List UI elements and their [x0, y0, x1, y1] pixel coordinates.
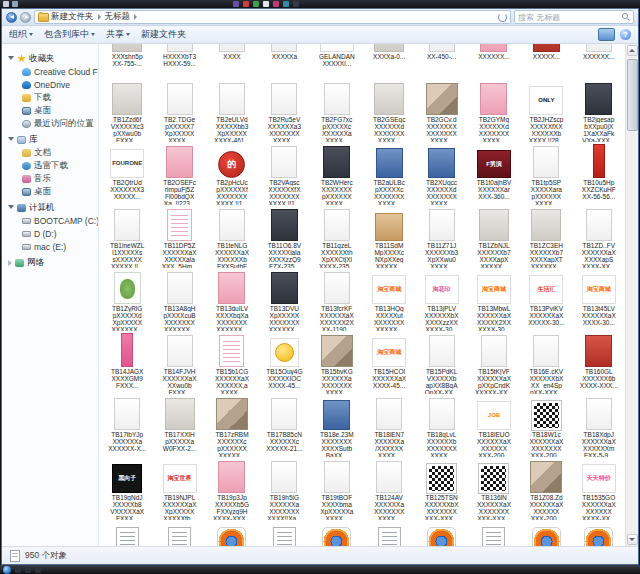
app-icon[interactable] [233, 1, 239, 7]
refresh-icon[interactable] [498, 13, 507, 22]
file-item[interactable]: FOURONETB2QtrUdXXXXXXX3XXXXX... [101, 142, 153, 205]
twisty-icon[interactable] [8, 260, 12, 266]
file-item[interactable]: TB2GYMgXXXXXXdXXXXXXXXXXX... [468, 79, 520, 142]
file-item[interactable]: TB17zRBMXXXXXXcpXXXXXXXXXXX... [206, 394, 258, 457]
file-item[interactable]: TB17XXlHpXXXXXaW0FXX-2... [153, 394, 205, 457]
sidebar-section-computer[interactable]: 计算机 [2, 201, 98, 214]
file-item[interactable]: TB136lNXXXXXXaXXXXXXXXXXX-XXX... [468, 457, 520, 520]
file-item[interactable]: 淘宝商城TB13MbwLXXXXXXaXXXXXX2XXXXXX-30... [468, 268, 520, 331]
breadcrumb[interactable]: 新建文件夹 无标题 [34, 10, 511, 24]
file-item[interactable]: TB1ZC3EHXXXXXXb7XXXXapXTXXXXXX... [520, 205, 572, 268]
file-item[interactable]: JOBTB18lEUOXXXXXXaXXXXXXXXXX-200... [468, 394, 520, 457]
app-icon[interactable] [263, 1, 269, 7]
file-item[interactable]: TB11O6.8VXXXXXlalaXXXXzzQ9FZX-235... [258, 205, 310, 268]
app-icon[interactable] [243, 1, 249, 7]
file-item[interactable]: TB2XUqccXXXXXXdXXXXXXXXXXX... [415, 142, 467, 205]
file-item[interactable]: --!!2748... [363, 520, 415, 546]
file-item[interactable]: 生活汇TB13PviKVXXXXXXaXXXXXX-30... [520, 268, 572, 331]
file-item[interactable]: --tb-top... [415, 520, 467, 546]
file-item[interactable]: --tnl-shbn... [468, 520, 520, 546]
file-item[interactable]: TB14FJVHXXXXXXaXXXwu0bFXXX... [153, 331, 205, 394]
file-item[interactable]: TB2VAgscXXXXXXfXXXXXXXXXXXX.!!1... [258, 142, 310, 205]
file-item[interactable]: 黑向子TB19gNdJXXXXXb8VXXXXXaXFXXX... [101, 457, 153, 520]
sidebar-item-drive[interactable]: BOOTCAMP (C:) [2, 214, 98, 227]
sidebar-item-thunder[interactable]: 迅雷下载 [2, 159, 98, 172]
file-item[interactable]: TB1Z08.ZdXXXXXXaXXXXXXXXXX-200... [520, 457, 572, 520]
file-item[interactable]: --tb-top-0... [258, 520, 310, 546]
file-item[interactable]: TB2.TDGepXXXXX7XpXXXXXXXXX... [153, 79, 205, 142]
app-icon[interactable] [283, 1, 289, 7]
forward-button[interactable] [20, 12, 31, 23]
file-item[interactable]: XXXXa-0... [363, 44, 415, 79]
file-item[interactable]: TB18lEN7XXXXXXa/XXXXXXXXXX... [363, 394, 415, 457]
change-view-button[interactable] [598, 28, 615, 41]
share-button[interactable]: 共享 [106, 28, 130, 41]
twisty-icon[interactable] [8, 137, 14, 144]
file-item[interactable]: TB19tBOFXXXXbmaXpXXXXXaXXXX... [311, 457, 363, 520]
file-item[interactable]: HXXXXbT3HXXX-59... [153, 44, 205, 79]
file-item[interactable]: TB15Ouy4GXXXXXIOCXXXX-45... [258, 331, 310, 394]
file-item[interactable]: TB15PdKLVXXXXXbapXX8BqAQpXX-XX... [415, 331, 467, 394]
file-item[interactable]: 淘宝世界TB19NJPLXXXXXXaXXpXXXXXXXXXXtb... [153, 457, 205, 520]
file-item[interactable]: TB2eULVdXXXXXbb3XpXXXXXXXXX-461... [206, 79, 258, 142]
include-in-library-button[interactable]: 包含到库中 [44, 28, 95, 41]
file-item[interactable]: TB13fcrKFXXXXXXaXXXXXXX2XXX-1190... [311, 268, 363, 331]
file-item[interactable]: TB2aULBcpXXXXXcXXXXXXXXXXX... [363, 142, 415, 205]
file-item[interactable]: TB2GSEqcXXXXXXdXXXXXXXXXXX... [363, 79, 415, 142]
scroll-down-button[interactable] [627, 534, 638, 545]
file-item[interactable]: TB15tKjVFXXXXXXaXpXXpCndKXXXXX-XX... [468, 331, 520, 394]
file-item[interactable]: 天天特价TB1535GOXXXXXXaXXXXXXXXXXX-XX... [573, 457, 625, 520]
file-item[interactable]: TB15bvKGXXXXXXaXXXXXXXXXXX... [311, 331, 363, 394]
breadcrumb-segment-root[interactable]: 新建文件夹 [51, 11, 94, 23]
file-item[interactable]: tixu.pbn... [311, 520, 363, 546]
file-item[interactable]: TB1Zzd6fVXXXXXc3pXXwu0bFXXX... [101, 79, 153, 142]
scroll-up-button[interactable] [627, 45, 638, 56]
app-icon[interactable] [12, 1, 18, 7]
file-item[interactable]: XXXXX... [520, 44, 572, 79]
file-item[interactable]: TB160GLXXXXXX6bXXXX-XXX... [573, 331, 625, 394]
sidebar-item-documents[interactable]: 文档 [2, 146, 98, 159]
app-icon[interactable] [253, 1, 259, 7]
file-item[interactable]: --tb-top-... [206, 520, 258, 546]
file-item[interactable]: trousers.p... [520, 520, 572, 546]
search-box[interactable] [514, 10, 634, 24]
file-item[interactable]: TB2GCv.dXXXXXXXXXXXXXXXXXX... [415, 79, 467, 142]
file-item[interactable]: XXXX [206, 44, 258, 79]
file-item[interactable]: TB2WHercXXXXXXXpXXXXXXXXXX... [311, 142, 363, 205]
file-item[interactable]: 淘宝商城TB13HQqXXXXXutXXXXXXXXXXXX... [363, 268, 415, 331]
sidebar-item-desktop[interactable]: 桌面 [2, 104, 98, 117]
sidebar-section-libraries[interactable]: 库 [2, 133, 98, 146]
app-icon[interactable] [293, 1, 299, 7]
file-item[interactable]: 淘花印TB13jPLVXXXXXXbXXXXXzzXXXXXX-30... [415, 268, 467, 331]
sidebar-item-music[interactable]: 音乐 [2, 172, 98, 185]
sidebar-item-desktop[interactable]: 桌面 [2, 185, 98, 198]
file-item[interactable]: ONLYTB2JHZscpXXXXXfXXXXXXXXbXXXX.!!28... [520, 79, 572, 142]
file-item[interactable]: TB11Z71JXXXXXXb3XpXXwu0XXXX... [415, 205, 467, 268]
file-item[interactable]: XXXshn5pXX-755-... [101, 44, 153, 79]
file-item[interactable]: TB18W1cXXXXXXaXXXXXXXXXXX-200... [520, 394, 572, 457]
file-item[interactable]: XXXXXX... [468, 44, 520, 79]
taskbar-app-icon[interactable] [35, 567, 41, 573]
organize-button[interactable]: 组织 [9, 28, 33, 41]
start-button[interactable] [3, 566, 11, 574]
sidebar-item-recent[interactable]: 最近访问的位置 [2, 117, 98, 130]
file-item[interactable]: TB19h5iGXXXXXXaXXXXXXXXXXX!!Xa... [258, 457, 310, 520]
file-item[interactable]: TB11qzeLXXXXXXthXpXXCtjXlXXXX-235... [311, 205, 363, 268]
file-item[interactable]: 淘宝商城TB15HCOlXXXXXXaXXXXX-45... [363, 331, 415, 394]
sidebar-section-network[interactable]: 网络 [2, 256, 98, 269]
file-item[interactable]: TB18e.23MXXXXXXXXXXXSutbBaXX... [311, 394, 363, 457]
file-item[interactable]: --tb-top-0... [153, 520, 205, 546]
sidebar-section-favorites[interactable]: 收藏夹 [2, 52, 98, 65]
search-input[interactable] [518, 13, 620, 22]
new-folder-button[interactable]: 新建文件夹 [141, 28, 186, 41]
file-item[interactable]: TB18XdpJXXXXXXaXXXXXXXmFXX-5-9... [573, 394, 625, 457]
file-item[interactable]: TB13DVUXpXXXXXXXXXXXXXXXXXX... [258, 268, 310, 331]
file-item[interactable]: TB13duILVXXXXbgXaXXXXXXXXXXXXX... [206, 268, 258, 331]
file-item[interactable]: TB1teNLGXXXXXXaXXXXXXXbFXXSutbF [206, 205, 258, 268]
sidebar-item-drive[interactable]: D (D:) [2, 227, 98, 240]
sidebar-item-onedrive[interactable]: OneDrive [2, 78, 98, 91]
sidebar-item-drive[interactable]: mac (E:) [2, 240, 98, 253]
twisty-icon[interactable] [8, 205, 14, 212]
file-item[interactable]: TB18gLvLXXXXXXbXXXXXXXXXXX... [415, 394, 467, 457]
app-icon[interactable] [273, 1, 279, 7]
